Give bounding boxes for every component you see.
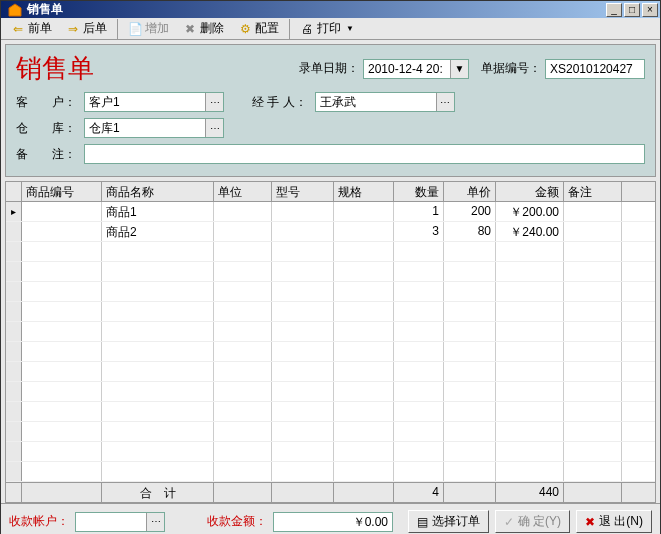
sales-order-window: 销售单 _ □ × ⇐前单 ⇒后单 📄增加 ✖删除 ⚙配置 🖨打印▼ 销售单 录… (0, 0, 661, 534)
col-model[interactable]: 型号 (272, 182, 334, 201)
date-dropdown-button[interactable]: ▼ (450, 60, 468, 78)
table-row[interactable] (6, 242, 655, 262)
list-icon: ▤ (417, 515, 428, 529)
col-code[interactable]: 商品编号 (22, 182, 102, 201)
table-row[interactable] (6, 462, 655, 482)
handler-label: 经 手 人： (252, 94, 307, 111)
table-row[interactable] (6, 262, 655, 282)
account-label: 收款帐户： (9, 513, 69, 530)
sum-qty: 4 (394, 483, 444, 502)
warehouse-input[interactable] (85, 119, 205, 137)
file-icon: 📄 (128, 22, 142, 36)
close-icon: ✖ (585, 515, 595, 529)
add-button[interactable]: 📄增加 (122, 18, 175, 39)
col-amt[interactable]: 金额 (496, 182, 564, 201)
table-row[interactable] (6, 282, 655, 302)
col-price[interactable]: 单价 (444, 182, 496, 201)
col-spec[interactable]: 规格 (334, 182, 394, 201)
chevron-down-icon: ▼ (346, 24, 354, 33)
handler-input[interactable] (316, 93, 436, 111)
table-row[interactable] (6, 422, 655, 442)
remark-input[interactable] (84, 144, 645, 164)
items-grid: 商品编号 商品名称 单位 型号 规格 数量 单价 金额 备注 ▸商品11200￥… (5, 181, 656, 503)
delete-icon: ✖ (183, 22, 197, 36)
table-row[interactable] (6, 322, 655, 342)
confirm-button[interactable]: ✓确 定(Y) (495, 510, 570, 533)
customer-input[interactable] (85, 93, 205, 111)
remark-label: 备 注： (16, 146, 76, 163)
date-combo[interactable]: ▼ (363, 59, 469, 79)
bottom-bar: 收款帐户： ⋯ 收款金额： ￥0.00 ▤选择订单 ✓确 定(Y) ✖退 出(N… (1, 503, 660, 534)
grid-body[interactable]: ▸商品11200￥200.00商品2380￥240.00 (6, 202, 655, 482)
table-row[interactable] (6, 342, 655, 362)
form-panel: 销售单 录单日期： ▼ 单据编号： XS2010120427 客 户： ⋯ 经 … (5, 44, 656, 177)
customer-lookup-button[interactable]: ⋯ (205, 93, 223, 111)
page-title: 销售单 (16, 51, 299, 86)
table-row[interactable]: ▸商品11200￥200.00 (6, 202, 655, 222)
docno-field: XS2010120427 (545, 59, 645, 79)
account-lookup-button[interactable]: ⋯ (146, 513, 164, 531)
close-button[interactable]: × (642, 3, 658, 17)
date-input[interactable] (364, 60, 450, 78)
titlebar: 销售单 _ □ × (1, 1, 660, 18)
customer-label: 客 户： (16, 94, 76, 111)
gear-icon: ⚙ (238, 22, 252, 36)
print-button[interactable]: 🖨打印▼ (294, 18, 360, 39)
app-icon (7, 2, 23, 18)
select-order-button[interactable]: ▤选择订单 (408, 510, 489, 533)
svg-marker-0 (9, 4, 21, 16)
window-title: 销售单 (27, 1, 606, 18)
amount-field: ￥0.00 (273, 512, 393, 532)
sum-amt: 440 (496, 483, 564, 502)
table-row[interactable]: 商品2380￥240.00 (6, 222, 655, 242)
warehouse-lookup-button[interactable]: ⋯ (205, 119, 223, 137)
handler-lookup-button[interactable]: ⋯ (436, 93, 454, 111)
table-row[interactable] (6, 442, 655, 462)
account-combo[interactable]: ⋯ (75, 512, 165, 532)
printer-icon: 🖨 (300, 22, 314, 36)
col-remark[interactable]: 备注 (564, 182, 622, 201)
table-row[interactable] (6, 382, 655, 402)
col-unit[interactable]: 单位 (214, 182, 272, 201)
arrow-left-icon: ⇐ (11, 22, 25, 36)
sum-label: 合 计 (102, 483, 214, 502)
check-icon: ✓ (504, 515, 514, 529)
maximize-button[interactable]: □ (624, 3, 640, 17)
grid-header: 商品编号 商品名称 单位 型号 规格 数量 单价 金额 备注 (6, 182, 655, 202)
account-input[interactable] (76, 513, 146, 531)
amount-label: 收款金额： (207, 513, 267, 530)
grid-summary: 合 计 4 440 (6, 482, 655, 502)
prev-doc-button[interactable]: ⇐前单 (5, 18, 58, 39)
warehouse-combo[interactable]: ⋯ (84, 118, 224, 138)
table-row[interactable] (6, 402, 655, 422)
toolbar: ⇐前单 ⇒后单 📄增加 ✖删除 ⚙配置 🖨打印▼ (1, 18, 660, 40)
handler-combo[interactable]: ⋯ (315, 92, 455, 112)
col-name[interactable]: 商品名称 (102, 182, 214, 201)
docno-label: 单据编号： (481, 60, 541, 77)
col-qty[interactable]: 数量 (394, 182, 444, 201)
exit-button[interactable]: ✖退 出(N) (576, 510, 652, 533)
arrow-right-icon: ⇒ (66, 22, 80, 36)
table-row[interactable] (6, 362, 655, 382)
delete-button[interactable]: ✖删除 (177, 18, 230, 39)
table-row[interactable] (6, 302, 655, 322)
minimize-button[interactable]: _ (606, 3, 622, 17)
next-doc-button[interactable]: ⇒后单 (60, 18, 113, 39)
customer-combo[interactable]: ⋯ (84, 92, 224, 112)
date-label: 录单日期： (299, 60, 359, 77)
warehouse-label: 仓 库： (16, 120, 76, 137)
config-button[interactable]: ⚙配置 (232, 18, 285, 39)
